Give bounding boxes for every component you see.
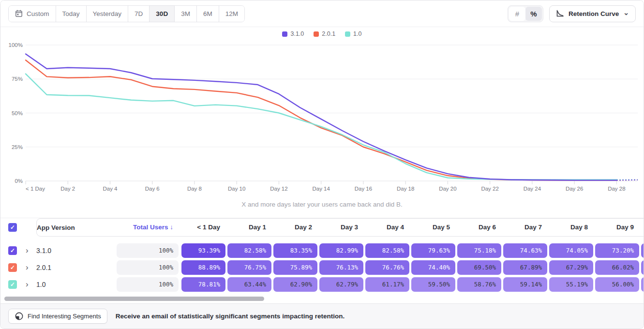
retention-cell[interactable]: 55.19% — [549, 277, 593, 292]
chart-type-dropdown[interactable]: Retention Curve ⌄ — [549, 5, 636, 22]
retention-cell[interactable]: 74.40% — [411, 260, 455, 275]
range-button-7d[interactable]: 7D — [128, 6, 150, 22]
footer-bar: Find Interesting Segments Receive an ema… — [0, 303, 644, 329]
app-version-label: 3.1.0 — [36, 242, 51, 259]
footer-message: Receive an email of statistically signif… — [116, 313, 344, 320]
retention-cell[interactable]: 76.75% — [227, 260, 271, 275]
find-interesting-segments-button[interactable]: Find Interesting Segments — [8, 309, 107, 324]
retention-cell[interactable]: 76.13% — [319, 260, 363, 275]
retention-cell[interactable]: 93.39% — [181, 243, 225, 258]
x-tick-label: Day 14 — [312, 186, 330, 192]
retention-cell[interactable]: 67.29% — [549, 260, 593, 275]
retention-cell[interactable]: 58.76% — [457, 277, 501, 292]
table-header: ✓ App VersionTotal Users ↓< 1 DayDay 1Da… — [0, 218, 644, 236]
range-label: 12M — [225, 10, 238, 17]
retention-cell[interactable]: 56.00% — [595, 277, 639, 292]
retention-cell-clipped[interactable] — [641, 243, 644, 258]
retention-cell[interactable]: 82.99% — [319, 243, 363, 258]
retention-cell[interactable]: 61.17% — [365, 277, 409, 292]
retention-cell-clipped[interactable] — [641, 260, 644, 275]
x-tick-label: Day 2 — [60, 186, 75, 192]
range-button-30d[interactable]: 30D — [150, 6, 175, 22]
range-button-12m[interactable]: 12M — [219, 6, 244, 22]
column-header-day-1[interactable]: Day 1 — [227, 218, 271, 237]
x-tick-label: Day 6 — [145, 186, 160, 192]
x-tick-label: Day 10 — [228, 186, 245, 192]
horizontal-scrollbar-thumb[interactable] — [4, 297, 264, 301]
retention-cell[interactable]: 62.90% — [273, 277, 317, 292]
series-line-3.1.0[interactable] — [26, 54, 616, 180]
retention-line-chart[interactable]: 0%25%50%75%100%< 1 DayDay 2Day 4Day 6Day… — [0, 28, 644, 195]
range-label: 7D — [135, 10, 143, 17]
segments-button-label: Find Interesting Segments — [28, 313, 101, 320]
x-tick-label: < 1 Day — [26, 186, 45, 192]
retention-cell[interactable]: 59.14% — [503, 277, 547, 292]
range-button-3m[interactable]: 3M — [175, 6, 197, 22]
column-header--1-day[interactable]: < 1 Day — [181, 218, 225, 237]
series-line-2.0.1[interactable] — [26, 60, 616, 180]
app-version-label: 1.0 — [36, 276, 45, 293]
row-expand-chevron-icon[interactable]: › — [26, 246, 29, 255]
retention-cell[interactable]: 75.18% — [457, 243, 501, 258]
retention-cell[interactable]: 79.63% — [411, 243, 455, 258]
absolute-numbers-toggle[interactable]: # — [509, 7, 525, 21]
calendar-icon — [15, 10, 23, 17]
row-checkbox-1.0[interactable]: ✓ — [8, 280, 17, 289]
column-header-day-6[interactable]: Day 6 — [457, 218, 501, 237]
y-tick-label: 25% — [12, 144, 23, 150]
range-label: 30D — [156, 10, 168, 17]
column-header-day-5[interactable]: Day 5 — [411, 218, 455, 237]
x-tick-label: Day 26 — [566, 186, 583, 192]
column-header-day-8[interactable]: Day 8 — [549, 218, 593, 237]
row-expand-chevron-icon[interactable]: › — [26, 280, 29, 289]
range-button-custom[interactable]: Custom — [9, 6, 56, 22]
series-line-dashed-tail-3.1.0 — [616, 180, 638, 180]
retention-cell[interactable]: 67.89% — [503, 260, 547, 275]
retention-cell[interactable]: 76.76% — [365, 260, 409, 275]
retention-curve-icon — [556, 10, 564, 17]
percentage-toggle[interactable]: % — [525, 7, 542, 21]
retention-cell[interactable]: 75.89% — [273, 260, 317, 275]
retention-report-card: CustomTodayYesterday7D30D3M6M12M #% Rete… — [0, 0, 644, 329]
range-button-today[interactable]: Today — [56, 6, 87, 22]
range-label: Yesterday — [93, 10, 122, 17]
range-button-yesterday[interactable]: Yesterday — [87, 6, 129, 22]
retention-cell[interactable]: 74.63% — [503, 243, 547, 258]
x-tick-label: Day 18 — [397, 186, 414, 192]
row-expand-chevron-icon[interactable]: › — [26, 263, 29, 272]
toolbar: CustomTodayYesterday7D30D3M6M12M #% Rete… — [0, 0, 644, 27]
retention-cell-clipped[interactable] — [641, 277, 644, 292]
segments-icon — [15, 312, 24, 321]
retention-cell[interactable]: 73.20% — [595, 243, 639, 258]
retention-cell[interactable]: 74.05% — [549, 243, 593, 258]
retention-cell[interactable]: 82.58% — [365, 243, 409, 258]
retention-cell[interactable]: 69.50% — [457, 260, 501, 275]
y-tick-label: 0% — [15, 178, 23, 184]
retention-cell[interactable]: 59.50% — [411, 277, 455, 292]
range-button-6m[interactable]: 6M — [197, 6, 219, 22]
row-checkbox-2.0.1[interactable]: ✓ — [8, 263, 17, 272]
row-checkbox-3.1.0[interactable]: ✓ — [8, 246, 17, 255]
range-label: 6M — [203, 10, 212, 17]
retention-cell[interactable]: 63.44% — [227, 277, 271, 292]
total-users-cell: 100% — [117, 260, 179, 275]
retention-cell[interactable]: 66.02% — [595, 260, 639, 275]
retention-cell[interactable]: 83.35% — [273, 243, 317, 258]
column-header-day-2[interactable]: Day 2 — [273, 218, 317, 237]
retention-cell[interactable]: 62.79% — [319, 277, 363, 292]
column-header-day-7[interactable]: Day 7 — [503, 218, 547, 237]
retention-cell[interactable]: 82.58% — [227, 243, 271, 258]
column-header-day-9[interactable]: Day 9 — [595, 218, 639, 237]
table-row-2.0.1: ✓›2.0.1100%88.89%76.75%75.89%76.13%76.76… — [0, 259, 644, 276]
x-tick-label: Day 22 — [481, 186, 498, 192]
column-header-total-users[interactable]: Total Users ↓ — [117, 218, 179, 237]
table-row-1.0: ✓›1.0100%78.81%63.44%62.90%62.79%61.17%5… — [0, 276, 644, 293]
retention-cell[interactable]: 88.89% — [181, 260, 225, 275]
retention-cell[interactable]: 78.81% — [181, 277, 225, 292]
series-line-1.0[interactable] — [26, 74, 616, 180]
count-percent-toggle: #% — [508, 5, 543, 22]
table-row-3.1.0: ✓›3.1.0100%93.39%82.58%83.35%82.99%82.58… — [0, 242, 644, 259]
column-header-day-4[interactable]: Day 4 — [365, 218, 409, 237]
select-all-checkbox[interactable]: ✓ — [8, 223, 17, 232]
column-header-day-3[interactable]: Day 3 — [319, 218, 363, 237]
